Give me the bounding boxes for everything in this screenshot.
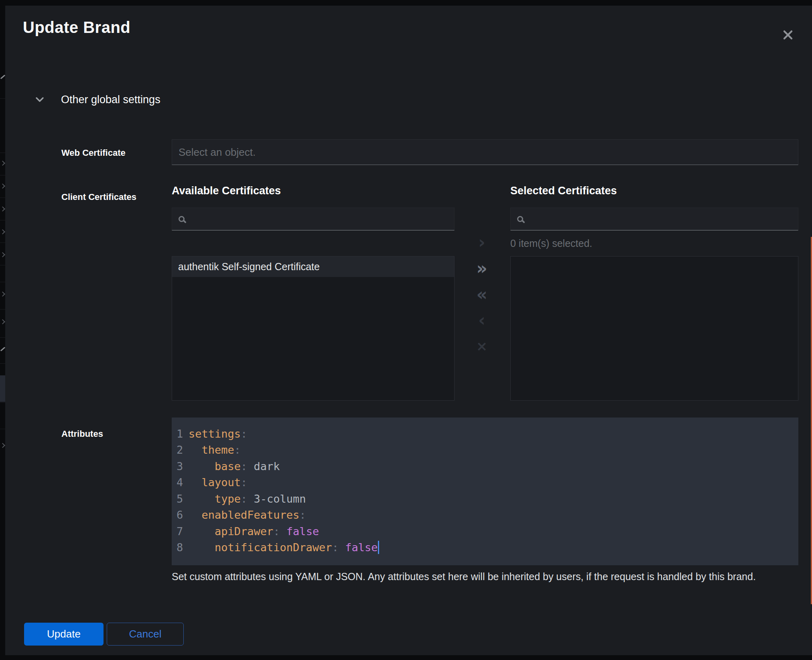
client-certificates-label: Client Certificates <box>61 192 136 202</box>
background-row-separator <box>0 363 5 364</box>
background-row-separator <box>0 402 5 403</box>
certificate-list-item[interactable]: authentik Self-signed Certificate <box>172 257 454 277</box>
angle-left-icon: ‹ <box>478 312 485 329</box>
line-number: 8 <box>172 541 185 554</box>
code-line: 3 base: dark <box>172 458 798 475</box>
background-row-separator <box>0 242 5 243</box>
selected-count-status: 0 item(s) selected. <box>510 238 592 249</box>
line-number: 4 <box>172 476 185 489</box>
code-text: base: dark <box>185 460 280 473</box>
angle-right-icon: › <box>478 234 485 251</box>
background-chevron-right-icon <box>0 183 5 189</box>
selected-search-input[interactable] <box>528 213 792 225</box>
cancel-button[interactable]: Cancel <box>107 623 184 646</box>
background-chevron-right-icon <box>0 319 5 324</box>
line-number: 7 <box>172 525 185 538</box>
text-cursor <box>378 541 379 554</box>
web-certificate-select[interactable]: Select an object. <box>172 139 798 165</box>
background-row-separator <box>0 98 5 99</box>
move-all-right-button[interactable]: » <box>468 258 496 279</box>
code-text: theme: <box>185 444 241 456</box>
code-line: 6 enabledFeatures: <box>172 507 798 524</box>
background-check-icon <box>0 347 5 351</box>
web-certificate-label: Web Certificate <box>61 148 126 158</box>
attributes-label: Attributes <box>61 429 103 439</box>
code-line: 2 theme: <box>172 442 798 458</box>
clear-selection-button[interactable]: × <box>468 336 496 356</box>
code-line: 4 layout: <box>172 475 798 491</box>
search-icon <box>179 216 185 222</box>
transfer-controls: ›»«‹× <box>468 232 496 361</box>
attributes-help-text: Set custom attributes using YAML or JSON… <box>172 571 790 583</box>
background-chevron-right-icon <box>0 229 5 234</box>
chevron-down-icon <box>35 97 44 102</box>
background-bottom-strip <box>0 655 812 660</box>
line-number: 6 <box>172 509 185 521</box>
code-line: 5 type: 3-column <box>172 491 798 507</box>
background-highlighted-row <box>0 375 5 402</box>
close-icon <box>783 30 793 41</box>
background-row-separator <box>0 309 5 310</box>
code-line: 8 notificationDrawer: false <box>172 540 798 556</box>
move-all-left-button[interactable]: « <box>468 284 496 305</box>
move-selected-right-button[interactable]: › <box>468 232 496 253</box>
background-row-separator <box>0 282 5 282</box>
code-text: notificationDrawer: false <box>185 541 379 554</box>
modal-title: Update Brand <box>23 18 130 37</box>
background-chevron-right-icon <box>0 161 5 166</box>
line-number: 2 <box>172 444 185 456</box>
line-number: 1 <box>172 428 185 440</box>
close-button[interactable] <box>779 26 797 44</box>
times-icon: × <box>476 339 488 353</box>
background-row-separator <box>0 265 5 265</box>
available-certificates-list: authentik Self-signed Certificate <box>172 256 455 401</box>
code-text: type: 3-column <box>185 493 306 505</box>
search-icon <box>517 216 523 222</box>
angle-double-right-icon: » <box>476 260 487 277</box>
selected-certificates-header: Selected Certificates <box>510 185 617 197</box>
background-check-icon <box>0 75 5 79</box>
selected-search-box <box>510 208 798 230</box>
code-text: settings: <box>185 428 247 440</box>
background-row-separator <box>0 153 5 153</box>
background-chevron-right-icon <box>0 252 5 257</box>
code-text: apiDrawer: false <box>185 525 319 538</box>
selected-certificates-list <box>510 256 798 401</box>
background-chevron-right-icon <box>0 206 5 212</box>
background-row-separator <box>0 175 5 175</box>
section-toggle-other-global-settings[interactable]: Other global settings <box>35 92 160 108</box>
web-certificate-placeholder: Select an object. <box>179 146 256 159</box>
background-row-separator <box>0 220 5 220</box>
background-row-separator <box>0 337 5 338</box>
code-text: enabledFeatures: <box>185 509 306 521</box>
code-text: layout: <box>185 476 247 489</box>
available-search-box <box>172 208 455 230</box>
update-button[interactable]: Update <box>24 623 104 646</box>
background-row-separator <box>0 198 5 198</box>
background-sidebar-strip <box>0 0 5 660</box>
code-line: 7 apiDrawer: false <box>172 523 798 540</box>
attributes-code-editor[interactable]: 1settings:2 theme:3 base: dark4 layout:5… <box>172 418 798 565</box>
section-label: Other global settings <box>61 94 160 106</box>
line-number: 5 <box>172 493 185 505</box>
code-line: 1settings: <box>172 426 798 442</box>
background-row-separator <box>0 429 5 429</box>
background-top-strip <box>0 0 812 6</box>
angle-double-left-icon: « <box>476 286 487 303</box>
background-chevron-right-icon <box>0 443 5 448</box>
update-brand-screen: Update Brand Other global settings Web C… <box>0 0 812 660</box>
background-chevron-right-icon <box>0 291 5 297</box>
line-number: 3 <box>172 460 185 473</box>
available-certificates-header: Available Certificates <box>172 185 281 197</box>
move-selected-left-button[interactable]: ‹ <box>468 310 496 331</box>
available-search-input[interactable] <box>189 213 448 225</box>
